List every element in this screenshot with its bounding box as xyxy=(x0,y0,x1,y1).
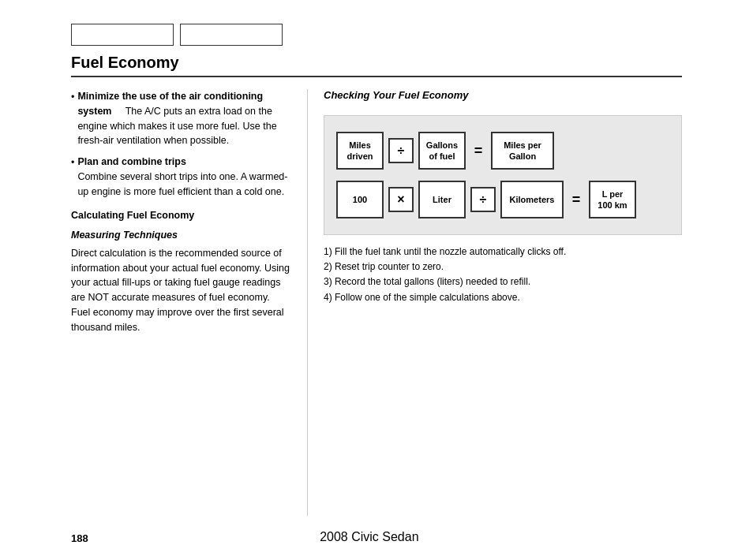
calc-heading: Calculating Fuel Economy xyxy=(71,208,291,223)
title-section: Fuel Economy xyxy=(71,54,682,77)
top-nav xyxy=(71,24,682,46)
liter-box: Liter xyxy=(418,181,466,218)
body-text: Direct calculation is the recommended so… xyxy=(71,246,291,335)
mpg-box: Miles perGallon xyxy=(491,132,554,170)
page-container: Fuel Economy • Minimize the use of the a… xyxy=(0,0,753,560)
bullet-dot-2: • xyxy=(71,155,74,199)
instructions: 1) Fill the fuel tank until the nozzle a… xyxy=(324,245,682,305)
multiply-op: × xyxy=(388,187,414,212)
bullet-dot-1: • xyxy=(71,90,74,148)
instruction-3: 3) Record the total gallons (liters) nee… xyxy=(324,274,682,289)
page-footer: 188 2008 Civic Sedan xyxy=(71,524,682,544)
checking-title: Checking Your Fuel Economy xyxy=(324,89,682,101)
equals-op-1: = xyxy=(470,143,486,159)
l-per-100km-box: L per100 km xyxy=(589,181,636,218)
divide-op-1: ÷ xyxy=(388,138,414,163)
formula-diagram: Milesdriven ÷ Gallonsof fuel = Miles per… xyxy=(324,115,682,235)
bullet-item-1: • Minimize the use of the air conditioni… xyxy=(71,89,291,148)
car-model: 2008 Civic Sedan xyxy=(88,530,650,544)
nav-btn-left[interactable] xyxy=(71,24,174,46)
italic-heading: Measuring Techniques xyxy=(71,228,291,243)
page-number: 188 xyxy=(71,532,88,544)
equals-op-2: = xyxy=(568,192,584,208)
miles-driven-box: Milesdriven xyxy=(336,132,384,170)
formula-row-1: Milesdriven ÷ Gallonsof fuel = Miles per… xyxy=(336,132,669,170)
left-column: • Minimize the use of the air conditioni… xyxy=(71,89,308,516)
bullet-section-1: • Minimize the use of the air conditioni… xyxy=(71,89,291,199)
right-column: Checking Your Fuel Economy Milesdriven ÷… xyxy=(324,89,682,516)
instruction-4: 4) Follow one of the simple calculations… xyxy=(324,290,682,305)
instruction-1: 1) Fill the fuel tank until the nozzle a… xyxy=(324,245,682,259)
bullet-content-2: Plan and combine trips Combine several s… xyxy=(77,155,291,199)
bullet2-text: Combine several short trips into one. A … xyxy=(77,171,287,197)
formula-row-2: 100 × Liter ÷ Kilometers = L per100 km xyxy=(336,181,669,218)
page-title: Fuel Economy xyxy=(71,54,179,71)
instruction-2: 2) Reset trip counter to zero. xyxy=(324,259,682,274)
bullet-content-1: Minimize the use of the air conditioning… xyxy=(77,89,291,148)
hundred-box: 100 xyxy=(336,181,384,218)
bullet-item-2: • Plan and combine trips Combine several… xyxy=(71,155,291,199)
gallons-fuel-box: Gallonsof fuel xyxy=(418,132,466,170)
content-area: • Minimize the use of the air conditioni… xyxy=(71,89,682,516)
nav-btn-right[interactable] xyxy=(180,24,283,46)
kilometers-box: Kilometers xyxy=(500,181,564,218)
bullet2-heading: Plan and combine trips xyxy=(77,156,186,167)
divide-op-2: ÷ xyxy=(470,187,496,212)
